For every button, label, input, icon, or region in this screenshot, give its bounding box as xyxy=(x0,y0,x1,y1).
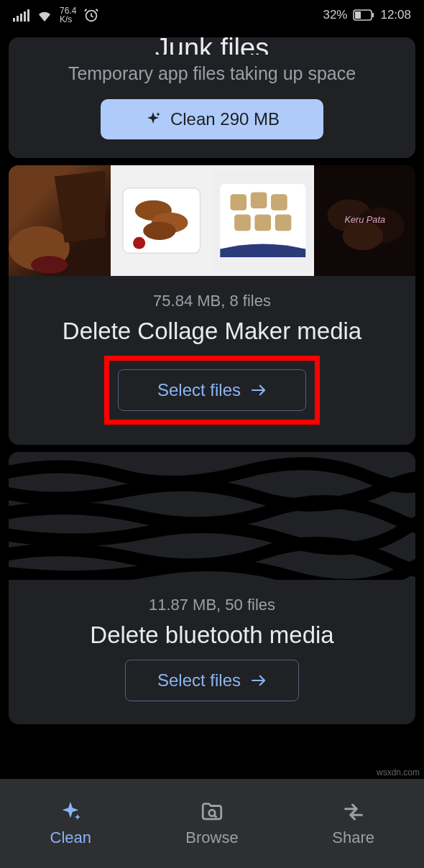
content-scroll[interactable]: Junk files Temporary app files taking up… xyxy=(0,37,424,724)
status-left: 76.4 K/s xyxy=(13,6,99,24)
thumbnail-2[interactable] xyxy=(111,165,213,276)
thumbnails-row: Keru Pata xyxy=(9,165,415,276)
bluetooth-title: Delete bluetooth media xyxy=(9,614,415,660)
status-bar: 76.4 K/s 32% 12:08 xyxy=(0,0,424,30)
clean-button-label: Clean 290 MB xyxy=(170,109,280,129)
folder-search-icon xyxy=(200,800,224,824)
wifi-icon xyxy=(37,9,52,22)
svg-rect-19 xyxy=(275,214,292,231)
svg-point-5 xyxy=(31,256,68,274)
nav-share[interactable]: Share xyxy=(282,779,424,868)
nav-browse[interactable]: Browse xyxy=(142,779,283,868)
clock-time: 12:08 xyxy=(380,8,411,22)
svg-text:Keru Pata: Keru Pata xyxy=(344,214,385,225)
svg-rect-14 xyxy=(230,194,246,211)
svg-rect-2 xyxy=(355,11,361,19)
redacted-thumbnails xyxy=(9,452,415,580)
thumbnail-4[interactable]: Keru Pata xyxy=(314,165,416,276)
net-speed: 76.4 K/s xyxy=(60,6,76,24)
bluetooth-select-button[interactable]: Select files xyxy=(125,660,299,701)
junk-subtitle: Temporary app files taking up space xyxy=(9,55,415,99)
collage-select-label: Select files xyxy=(157,380,241,400)
svg-point-22 xyxy=(342,221,383,250)
collage-card: Keru Pata 75.84 MB, 8 files Delete Colla… xyxy=(9,165,415,445)
svg-point-10 xyxy=(143,221,175,239)
bluetooth-select-label: Select files xyxy=(157,670,241,691)
thumbnail-3[interactable] xyxy=(212,165,314,276)
net-speed-unit: K/s xyxy=(60,15,76,24)
battery-percentage: 32% xyxy=(323,8,347,22)
junk-files-card: Junk files Temporary app files taking up… xyxy=(9,37,415,158)
signal-icon xyxy=(13,9,29,22)
bottom-nav: Clean Browse Share xyxy=(0,779,424,868)
watermark: wsxdn.com xyxy=(377,767,420,777)
arrow-right-icon xyxy=(251,384,267,397)
svg-rect-3 xyxy=(372,13,374,17)
collage-meta: 75.84 MB, 8 files xyxy=(9,292,415,310)
bluetooth-meta: 11.87 MB, 50 files xyxy=(9,596,415,614)
svg-point-25 xyxy=(209,810,216,816)
arrow-right-icon xyxy=(251,674,267,687)
bluetooth-card: 11.87 MB, 50 files Delete bluetooth medi… xyxy=(9,452,415,724)
sparkle-icon xyxy=(144,111,162,128)
svg-point-11 xyxy=(133,236,145,249)
svg-rect-18 xyxy=(254,214,271,231)
svg-rect-16 xyxy=(271,194,287,211)
collage-title: Delete Collage Maker media xyxy=(9,310,415,356)
svg-rect-15 xyxy=(251,192,267,208)
nav-browse-label: Browse xyxy=(185,828,238,847)
sparkle-icon xyxy=(58,800,83,824)
junk-title: Junk files xyxy=(9,37,415,55)
nav-share-label: Share xyxy=(332,828,374,847)
nav-clean[interactable]: Clean xyxy=(0,779,142,868)
collage-select-button[interactable]: Select files xyxy=(118,369,306,411)
battery-icon xyxy=(353,9,374,21)
highlight-annotation: Select files xyxy=(104,356,320,425)
status-right: 32% 12:08 xyxy=(323,8,411,22)
clean-button[interactable]: Clean 290 MB xyxy=(101,99,323,139)
svg-rect-17 xyxy=(234,214,251,231)
alarm-icon xyxy=(83,7,99,23)
share-arrows-icon xyxy=(341,800,366,824)
nav-clean-label: Clean xyxy=(50,828,91,847)
thumbnail-1[interactable] xyxy=(9,165,111,276)
